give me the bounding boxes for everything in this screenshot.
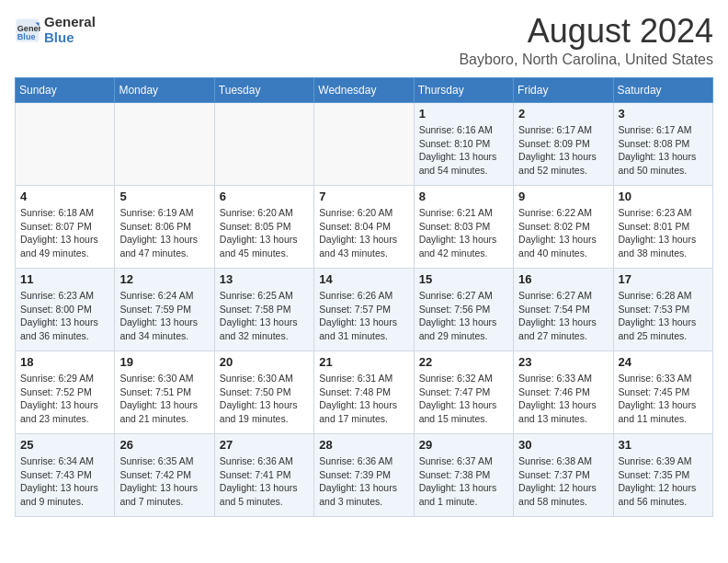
day-number: 30 [518, 438, 608, 452]
day-info: Sunrise: 6:16 AMSunset: 8:10 PMDaylight:… [419, 123, 508, 178]
day-info: Sunrise: 6:24 AMSunset: 7:59 PMDaylight:… [119, 289, 209, 343]
day-info: Sunrise: 6:27 AMSunset: 7:56 PMDaylight:… [419, 289, 508, 343]
day-number: 26 [119, 438, 209, 452]
weekday-header-tuesday: Tuesday [214, 78, 313, 103]
location-title: Bayboro, North Carolina, United States [459, 52, 713, 68]
calendar-cell-week4-day7: 24Sunrise: 6:33 AMSunset: 7:45 PMDayligh… [613, 351, 712, 434]
day-info: Sunrise: 6:29 AMSunset: 7:52 PMDaylight:… [20, 372, 109, 426]
day-number: 17 [619, 272, 708, 286]
calendar-cell-week1-day6: 2Sunrise: 6:17 AMSunset: 8:09 PMDaylight… [514, 103, 613, 186]
calendar-cell-week3-day2: 12Sunrise: 6:24 AMSunset: 7:59 PMDayligh… [115, 269, 214, 351]
day-number: 29 [419, 438, 508, 452]
day-info: Sunrise: 6:34 AMSunset: 7:43 PMDaylight:… [20, 454, 109, 509]
day-number: 4 [20, 190, 109, 203]
calendar-week-row-4: 18Sunrise: 6:29 AMSunset: 7:52 PMDayligh… [16, 351, 713, 434]
day-info: Sunrise: 6:36 AMSunset: 7:41 PMDaylight:… [220, 454, 309, 509]
weekday-header-monday: Monday [115, 78, 214, 103]
calendar-cell-week1-day4 [314, 103, 414, 186]
day-number: 24 [619, 355, 708, 369]
day-number: 16 [518, 272, 608, 286]
calendar-table: SundayMondayTuesdayWednesdayThursdayFrid… [15, 77, 713, 517]
day-number: 15 [419, 272, 508, 286]
day-info: Sunrise: 6:33 AMSunset: 7:45 PMDaylight:… [619, 372, 708, 426]
day-info: Sunrise: 6:26 AMSunset: 7:57 PMDaylight:… [319, 289, 408, 343]
day-number: 22 [419, 355, 508, 369]
day-number: 19 [119, 355, 209, 369]
calendar-cell-week1-day1 [16, 103, 115, 186]
weekday-header-saturday: Saturday [613, 78, 712, 103]
day-info: Sunrise: 6:37 AMSunset: 7:38 PMDaylight:… [419, 454, 508, 509]
calendar-cell-week1-day3 [214, 103, 313, 186]
logo-icon: General Blue [15, 17, 40, 43]
day-number: 12 [119, 272, 209, 286]
calendar-cell-week5-day6: 30Sunrise: 6:38 AMSunset: 7:37 PMDayligh… [514, 434, 613, 517]
weekday-header-thursday: Thursday [414, 78, 513, 103]
day-number: 1 [419, 107, 508, 121]
day-info: Sunrise: 6:35 AMSunset: 7:42 PMDaylight:… [119, 454, 209, 509]
day-info: Sunrise: 6:28 AMSunset: 7:53 PMDaylight:… [619, 289, 708, 343]
day-number: 18 [20, 355, 109, 369]
day-info: Sunrise: 6:23 AMSunset: 8:01 PMDaylight:… [619, 206, 708, 260]
weekday-header-wednesday: Wednesday [314, 78, 414, 103]
calendar-cell-week2-day4: 7Sunrise: 6:20 AMSunset: 8:04 PMDaylight… [314, 186, 414, 269]
day-info: Sunrise: 6:20 AMSunset: 8:04 PMDaylight:… [319, 206, 408, 260]
day-number: 11 [20, 272, 109, 286]
day-info: Sunrise: 6:21 AMSunset: 8:03 PMDaylight:… [419, 206, 508, 260]
calendar-cell-week2-day7: 10Sunrise: 6:23 AMSunset: 8:01 PMDayligh… [613, 186, 712, 269]
month-title: August 2024 [459, 15, 713, 48]
day-number: 6 [220, 190, 309, 203]
calendar-cell-week3-day4: 14Sunrise: 6:26 AMSunset: 7:57 PMDayligh… [314, 269, 414, 351]
day-info: Sunrise: 6:27 AMSunset: 7:54 PMDaylight:… [518, 289, 608, 343]
day-number: 10 [619, 190, 708, 203]
day-info: Sunrise: 6:22 AMSunset: 8:02 PMDaylight:… [518, 206, 608, 260]
day-number: 3 [619, 107, 708, 121]
calendar-week-row-5: 25Sunrise: 6:34 AMSunset: 7:43 PMDayligh… [16, 434, 713, 517]
day-number: 2 [518, 107, 608, 121]
day-info: Sunrise: 6:23 AMSunset: 8:00 PMDaylight:… [20, 289, 109, 343]
day-number: 21 [319, 355, 408, 369]
logo-text-general: General [44, 15, 96, 30]
day-info: Sunrise: 6:32 AMSunset: 7:47 PMDaylight:… [419, 372, 508, 426]
calendar-header: SundayMondayTuesdayWednesdayThursdayFrid… [16, 78, 713, 103]
calendar-cell-week3-day5: 15Sunrise: 6:27 AMSunset: 7:56 PMDayligh… [414, 269, 513, 351]
day-number: 5 [119, 190, 209, 203]
day-info: Sunrise: 6:17 AMSunset: 8:09 PMDaylight:… [518, 123, 608, 178]
day-number: 28 [319, 438, 408, 452]
calendar-cell-week2-day2: 5Sunrise: 6:19 AMSunset: 8:06 PMDaylight… [115, 186, 214, 269]
calendar-cell-week5-day3: 27Sunrise: 6:36 AMSunset: 7:41 PMDayligh… [214, 434, 313, 517]
calendar-cell-week3-day3: 13Sunrise: 6:25 AMSunset: 7:58 PMDayligh… [214, 269, 313, 351]
calendar-cell-week1-day2 [115, 103, 214, 186]
page-header: General Blue General Blue August 2024 Ba… [15, 15, 713, 68]
weekday-header-sunday: Sunday [16, 78, 115, 103]
day-info: Sunrise: 6:36 AMSunset: 7:39 PMDaylight:… [319, 454, 408, 509]
calendar-cell-week5-day2: 26Sunrise: 6:35 AMSunset: 7:42 PMDayligh… [115, 434, 214, 517]
day-info: Sunrise: 6:30 AMSunset: 7:51 PMDaylight:… [119, 372, 209, 426]
title-block: August 2024 Bayboro, North Carolina, Uni… [459, 15, 713, 68]
day-info: Sunrise: 6:20 AMSunset: 8:05 PMDaylight:… [220, 206, 309, 260]
calendar-cell-week4-day4: 21Sunrise: 6:31 AMSunset: 7:48 PMDayligh… [314, 351, 414, 434]
calendar-cell-week4-day3: 20Sunrise: 6:30 AMSunset: 7:50 PMDayligh… [214, 351, 313, 434]
calendar-cell-week4-day2: 19Sunrise: 6:30 AMSunset: 7:51 PMDayligh… [115, 351, 214, 434]
day-info: Sunrise: 6:17 AMSunset: 8:08 PMDaylight:… [619, 123, 708, 178]
day-info: Sunrise: 6:38 AMSunset: 7:37 PMDaylight:… [518, 454, 608, 509]
calendar-cell-week2-day6: 9Sunrise: 6:22 AMSunset: 8:02 PMDaylight… [514, 186, 613, 269]
calendar-cell-week5-day1: 25Sunrise: 6:34 AMSunset: 7:43 PMDayligh… [16, 434, 115, 517]
day-number: 23 [518, 355, 608, 369]
calendar-cell-week2-day5: 8Sunrise: 6:21 AMSunset: 8:03 PMDaylight… [414, 186, 513, 269]
weekday-header-row: SundayMondayTuesdayWednesdayThursdayFrid… [16, 78, 713, 103]
day-info: Sunrise: 6:39 AMSunset: 7:35 PMDaylight:… [619, 454, 708, 509]
calendar-cell-week5-day7: 31Sunrise: 6:39 AMSunset: 7:35 PMDayligh… [613, 434, 712, 517]
day-info: Sunrise: 6:18 AMSunset: 8:07 PMDaylight:… [20, 206, 109, 260]
calendar-week-row-2: 4Sunrise: 6:18 AMSunset: 8:07 PMDaylight… [16, 186, 713, 269]
day-number: 20 [220, 355, 309, 369]
day-info: Sunrise: 6:30 AMSunset: 7:50 PMDaylight:… [220, 372, 309, 426]
calendar-cell-week1-day7: 3Sunrise: 6:17 AMSunset: 8:08 PMDaylight… [613, 103, 712, 186]
svg-text:Blue: Blue [17, 31, 36, 40]
day-number: 14 [319, 272, 408, 286]
day-info: Sunrise: 6:25 AMSunset: 7:58 PMDaylight:… [220, 289, 309, 343]
calendar-week-row-1: 1Sunrise: 6:16 AMSunset: 8:10 PMDaylight… [16, 103, 713, 186]
day-number: 27 [220, 438, 309, 452]
day-number: 13 [220, 272, 309, 286]
logo: General Blue General Blue [15, 15, 96, 45]
day-number: 31 [619, 438, 708, 452]
